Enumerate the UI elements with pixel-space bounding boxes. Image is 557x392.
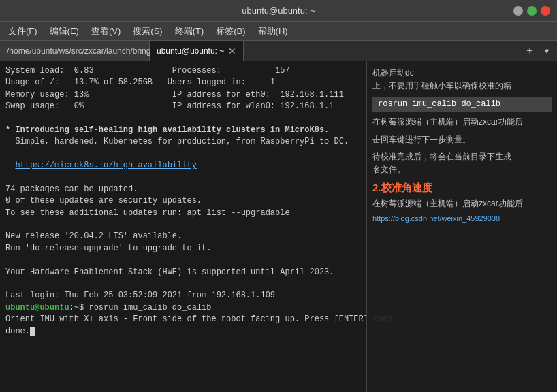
maximize-button[interactable] bbox=[527, 6, 537, 16]
menu-search[interactable]: 搜索(S) bbox=[127, 24, 168, 39]
menu-tabs[interactable]: 标签(B) bbox=[210, 24, 251, 39]
prompt-user: ubuntu@ubuntu bbox=[5, 302, 69, 314]
overlay-section-title: 2.校准角速度 bbox=[372, 182, 552, 195]
tab-bar: /home/ubuntu/ws/src/zxcar/launch/bringup… bbox=[0, 41, 557, 61]
window-title: ubuntu@ubuntu: ~ bbox=[242, 5, 315, 16]
overlay-text1: 在树莓派源端（主机端）启动zxcar功能后 bbox=[372, 116, 552, 129]
menu-bar: 文件(F) 编辑(E) 查看(V) 搜索(S) 终端(T) 标签(B) 帮助(H… bbox=[0, 22, 557, 41]
terminal-cursor bbox=[30, 327, 35, 336]
overlay-text5: 在树莓派源端（主机端）启动zxcar功能后 bbox=[372, 197, 552, 210]
overlay-bottom-link[interactable]: https://blog.csdn.net/weixin_45929038 bbox=[372, 214, 552, 223]
microk8s-link[interactable]: https://microk8s.io/high-availability bbox=[15, 161, 196, 170]
menu-edit[interactable]: 编辑(E) bbox=[44, 24, 84, 39]
overlay-cmd-box: rosrun imu_calib do_calib bbox=[372, 97, 552, 112]
menu-file[interactable]: 文件(F) bbox=[3, 24, 43, 39]
menu-terminal[interactable]: 终端(T) bbox=[170, 24, 210, 39]
window-controls bbox=[513, 6, 550, 16]
tab-ubuntu-home-close[interactable]: ✕ bbox=[228, 46, 236, 56]
menu-view[interactable]: 查看(V) bbox=[86, 24, 126, 39]
minimize-button[interactable] bbox=[513, 6, 523, 16]
overlay-panel: 机器启动dc 上，不要用手碰触小车以确保校准的精 rosrun imu_cali… bbox=[366, 61, 557, 392]
title-bar: ubuntu@ubuntu: ~ bbox=[0, 0, 557, 22]
menu-help[interactable]: 帮助(H) bbox=[253, 24, 293, 39]
terminal-area: System load: 0.83 Processes: 157 Usage o… bbox=[0, 61, 557, 392]
close-button[interactable] bbox=[541, 6, 550, 16]
tab-bar-actions: ＋ ▾ bbox=[518, 41, 557, 61]
tab-ubuntu-home[interactable]: ubuntu@ubuntu: ~ ✕ bbox=[150, 41, 244, 61]
tab-menu-button[interactable]: ▾ bbox=[541, 43, 553, 59]
prompt-cmd: :~$ rosrun imu_calib do_calib bbox=[69, 302, 212, 314]
new-tab-button[interactable]: ＋ bbox=[522, 42, 538, 59]
overlay-info1: 机器启动dc 上，不要用手碰触小车以确保校准的精 bbox=[372, 67, 552, 93]
overlay-text2: 击回车键进行下一步测量。 bbox=[372, 133, 552, 146]
tab-ubuntu-home-label: ubuntu@ubuntu: ~ bbox=[157, 46, 224, 56]
overlay-text3: 待校准完成后，将会在当前目录下生成 名文件。 bbox=[372, 150, 552, 176]
tab-bringup[interactable]: /home/ubuntu/ws/src/zxcar/launch/bringup… bbox=[0, 41, 150, 61]
